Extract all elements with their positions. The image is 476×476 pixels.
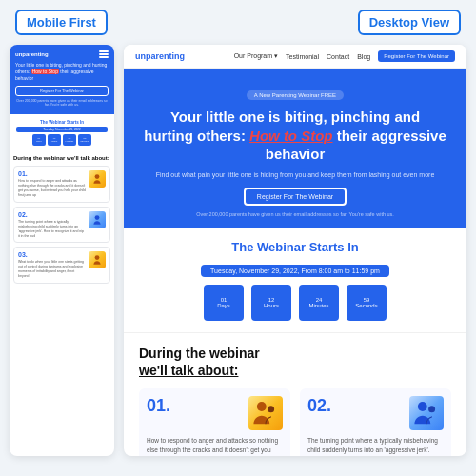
mobile-card-3-num: 03.: [18, 251, 86, 258]
top-bar: Mobile First Desktop View: [0, 0, 476, 45]
mobile-logo: unparenting: [15, 51, 49, 57]
desktop-count-minutes: 24 Minutes: [299, 285, 339, 321]
mobile-card-1-text: How to respond to anger and attacks as n…: [18, 179, 86, 198]
mobile-panel: unparenting Your little one is biting, p…: [10, 45, 114, 456]
desktop-countdown: The Webinar Starts In Tuesday, November …: [124, 228, 466, 333]
mobile-card-3-image: [89, 251, 106, 268]
mobile-card-2-image: [89, 211, 106, 228]
desktop-view-badge[interactable]: Desktop View: [358, 10, 461, 35]
svg-point-1: [95, 215, 100, 220]
desktop-nav-program[interactable]: Our Program ▾: [234, 52, 278, 60]
mobile-nav: unparenting: [15, 50, 109, 58]
desktop-nav-contact[interactable]: Contact: [327, 53, 349, 60]
desktop-hero-badge: A New Parenting Webinar FREE: [247, 90, 344, 100]
mobile-count-days: 01 Days: [32, 134, 46, 146]
desktop-hero-cta-button[interactable]: Register For The Webinar: [244, 188, 347, 206]
mobile-card-3-text: What to do when your little one starts g…: [18, 260, 86, 279]
desktop-count-hours: 12 Hours: [251, 285, 291, 321]
mobile-card-2-num: 02.: [18, 211, 86, 218]
mobile-card-1-num: 01.: [18, 170, 86, 177]
desktop-card-1: 01. How to respond to anger and attacks …: [139, 388, 290, 456]
desktop-countdown-date: Tuesday, November 29, 2022, From 8:00 am…: [201, 265, 389, 277]
mobile-count-minutes: 24 Minutes: [63, 134, 76, 146]
svg-point-3: [257, 402, 267, 411]
mobile-hero-text: Your little one is biting, pinching and …: [15, 62, 109, 82]
desktop-card-1-text: How to respond to anger and attacks so n…: [147, 436, 283, 456]
mobile-sub-text: Over 200,000 parents have given us their…: [15, 99, 109, 107]
mobile-body: During the webinar we'll talk about: 01.…: [10, 151, 114, 457]
desktop-card-1-image: [248, 396, 283, 430]
mobile-hero: unparenting Your little one is biting, p…: [10, 45, 114, 114]
desktop-nav-links: Our Program ▾ Testimonial Contact Blog R…: [234, 50, 455, 62]
svg-point-0: [95, 174, 100, 179]
desktop-hero-highlight: How to Stop: [249, 128, 332, 144]
mobile-count-hours: 12 Hours: [48, 134, 61, 146]
desktop-card-1-num: 01.: [147, 396, 170, 416]
desktop-card-2-num: 02.: [307, 396, 331, 416]
mobile-first-badge[interactable]: Mobile First: [15, 10, 108, 35]
desktop-card-1-header: 01.: [147, 396, 283, 430]
desktop-card-2-text: The turning point where a typically misb…: [307, 436, 444, 456]
svg-point-6: [428, 406, 435, 412]
mobile-countdown: The Webinar Starts In Tuesday, November …: [13, 117, 110, 149]
desktop-nav-blog[interactable]: Blog: [357, 53, 370, 60]
hamburger-icon[interactable]: [99, 50, 109, 58]
mobile-card-2-text: The turning point where a typically misb…: [18, 220, 86, 239]
mobile-cta-button[interactable]: Register For The Webinar: [15, 86, 109, 96]
mobile-card-2: 02. The turning point where a typically …: [13, 207, 110, 244]
desktop-nav: unparenting Our Program ▾ Testimonial Co…: [124, 45, 466, 69]
desktop-cards: 01. How to respond to anger and attacks …: [139, 388, 451, 456]
desktop-card-2-image: [409, 396, 444, 430]
desktop-card-2: 02. The turning point where a typically …: [300, 388, 451, 456]
desktop-nav-button[interactable]: Register For The Webinar: [378, 50, 455, 62]
mobile-count-seconds: 59 Seconds: [78, 134, 91, 146]
mobile-card-1-image: [89, 170, 106, 188]
desktop-body: During the webinar we'll talk about: 01.: [124, 333, 466, 457]
desktop-countdown-boxes: 01 Days 12 Hours 24 Minutes 59 Seconds: [139, 285, 451, 321]
mobile-section-title: During the webinar we'll talk about:: [13, 155, 110, 163]
desktop-panel: unparenting Our Program ▾ Testimonial Co…: [124, 45, 466, 456]
desktop-count-days: 01 Days: [204, 285, 244, 321]
desktop-hero-social: Over 200,000 parents have given us their…: [139, 211, 451, 217]
svg-point-5: [418, 402, 427, 411]
mobile-hero-highlight: How to Stop: [31, 69, 59, 74]
desktop-countdown-title: The Webinar Starts In: [139, 240, 451, 254]
svg-point-4: [268, 406, 274, 412]
mobile-countdown-title: The Webinar Starts In: [16, 120, 108, 125]
mobile-card-1: 01. How to respond to anger and attacks …: [13, 166, 110, 203]
desktop-nav-testimonial[interactable]: Testimonial: [286, 53, 319, 60]
main-area: unparenting Your little one is biting, p…: [0, 45, 476, 466]
desktop-hero-title: Your little one is biting, pinching and …: [139, 108, 451, 164]
desktop-hero: A New Parenting Webinar FREE Your little…: [124, 69, 466, 228]
desktop-hero-sub: Find out what pain your little one is hi…: [139, 171, 451, 178]
desktop-card-2-header: 02.: [307, 396, 444, 430]
desktop-body-title: During the webinar we'll talk about:: [139, 345, 451, 379]
mobile-countdown-boxes: 01 Days 12 Hours 24 Minutes 59 Seconds: [16, 134, 108, 146]
mobile-countdown-date: Tuesday, November 29, 2022: [16, 127, 108, 132]
mobile-card-3: 03. What to do when your little one star…: [13, 247, 110, 284]
desktop-logo: unparenting: [135, 51, 185, 61]
svg-point-2: [95, 256, 100, 261]
desktop-count-seconds: 59 Seconds: [347, 285, 387, 321]
